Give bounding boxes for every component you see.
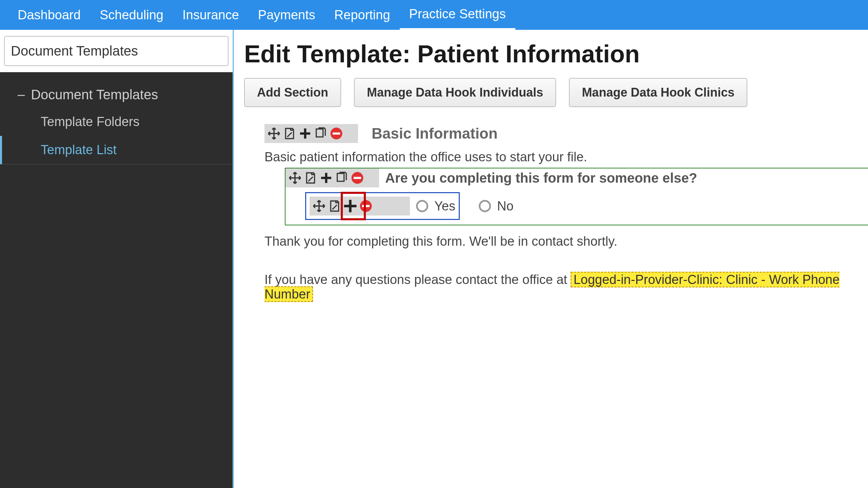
nav-reporting[interactable]: Reporting <box>325 0 400 30</box>
section-block: Basic Information Basic patient informat… <box>264 124 868 302</box>
svg-rect-7 <box>337 174 344 181</box>
nav-dashboard[interactable]: Dashboard <box>8 0 90 30</box>
edit-icon[interactable] <box>327 199 342 214</box>
nav-practice-settings[interactable]: Practice Settings <box>400 0 515 30</box>
copy-icon[interactable] <box>313 126 328 141</box>
manage-individuals-button[interactable]: Manage Data Hook Individuals <box>354 78 556 107</box>
svg-rect-11 <box>344 205 357 207</box>
svg-rect-4 <box>333 133 340 135</box>
sidebar-nav: – Document Templates Template Folders Te… <box>0 72 233 488</box>
remove-icon[interactable] <box>358 199 373 214</box>
nav-payments[interactable]: Payments <box>249 0 325 30</box>
footer-prefix: If you have any questions please contact… <box>264 272 571 287</box>
nav-insurance[interactable]: Insurance <box>173 0 249 30</box>
option-yes-selected: Yes <box>305 192 460 220</box>
section-title: Basic Information <box>372 125 498 142</box>
question-text: Are you completing this form for someone… <box>385 170 697 186</box>
remove-icon[interactable] <box>350 170 365 185</box>
edit-icon[interactable] <box>303 170 318 185</box>
radio-circle-icon <box>416 200 428 212</box>
radio-option-no[interactable]: No <box>479 199 514 214</box>
section-description: Basic patient information the office use… <box>264 150 868 164</box>
move-icon[interactable] <box>267 126 281 141</box>
action-button-row: Add Section Manage Data Hook Individuals… <box>244 78 868 107</box>
footer-text-1: Thank you for completing this form. We'l… <box>264 234 868 249</box>
svg-rect-13 <box>362 205 370 207</box>
move-icon[interactable] <box>288 170 302 185</box>
plus-icon[interactable] <box>298 126 313 141</box>
plus-icon[interactable] <box>319 170 334 185</box>
copy-icon[interactable] <box>334 170 349 185</box>
sidebar-item-template-folders[interactable]: Template Folders <box>0 108 233 136</box>
top-nav: Dashboard Scheduling Insurance Payments … <box>0 0 868 30</box>
plus-icon[interactable] <box>343 199 358 214</box>
edit-icon[interactable] <box>282 126 297 141</box>
sidebar-parent-label: Document Templates <box>31 87 158 102</box>
collapse-icon[interactable]: – <box>18 87 25 102</box>
svg-rect-6 <box>321 177 331 179</box>
sidebar-header[interactable]: Document Templates <box>4 36 229 66</box>
section-toolbar <box>264 124 358 143</box>
add-section-button[interactable]: Add Section <box>244 78 341 107</box>
radio-label-no: No <box>497 199 514 214</box>
answer-toolbar <box>310 197 410 216</box>
radio-label-yes: Yes <box>434 199 455 214</box>
page-title: Edit Template: Patient Information <box>244 40 868 68</box>
svg-rect-9 <box>354 177 361 179</box>
footer-text-2: If you have any questions please contact… <box>264 272 868 302</box>
radio-circle-icon <box>479 200 491 212</box>
manage-clinics-button[interactable]: Manage Data Hook Clinics <box>569 78 747 107</box>
answer-row: Yes No <box>285 187 868 225</box>
move-icon[interactable] <box>312 199 327 214</box>
sidebar-parent-document-templates[interactable]: – Document Templates <box>0 82 233 108</box>
remove-icon[interactable] <box>329 126 344 141</box>
radio-option-yes[interactable]: Yes <box>416 199 455 214</box>
svg-rect-1 <box>300 133 310 135</box>
sidebar: Document Templates – Document Templates … <box>0 30 234 488</box>
svg-rect-2 <box>316 129 323 137</box>
nav-scheduling[interactable]: Scheduling <box>90 0 173 30</box>
main-content: Edit Template: Patient Information Add S… <box>234 30 868 488</box>
question-toolbar <box>285 168 379 187</box>
sidebar-item-template-list[interactable]: Template List <box>0 136 233 164</box>
question-block: Are you completing this form for someone… <box>285 168 868 225</box>
